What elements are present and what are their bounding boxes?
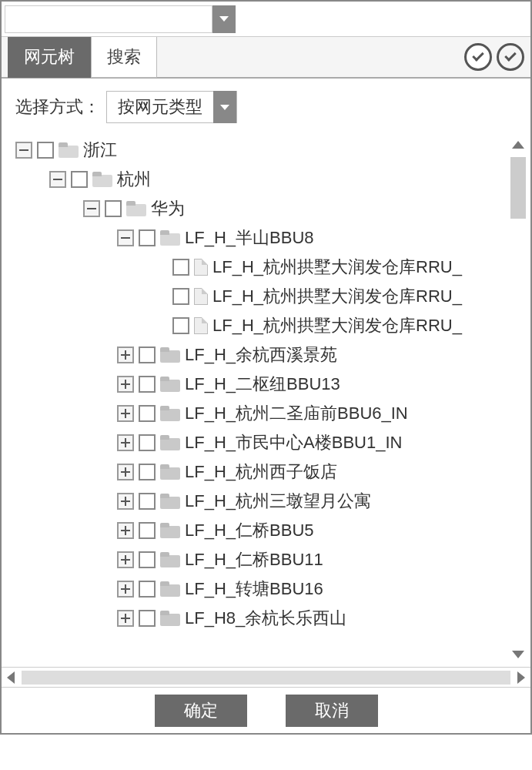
- checkbox[interactable]: [139, 610, 156, 627]
- checkbox[interactable]: [172, 317, 189, 334]
- tab-search[interactable]: 搜索: [91, 36, 157, 78]
- tabs-row: 网元树 搜索: [2, 37, 530, 79]
- scroll-down-button[interactable]: [509, 645, 527, 664]
- folder-open-icon: [126, 201, 146, 216]
- check-icon: [504, 49, 517, 62]
- tree-node-rru[interactable]: LF_H_杭州拱墅大润发仓库RRU_: [15, 253, 530, 282]
- file-icon: [194, 288, 208, 305]
- filter-dropdown-button[interactable]: [213, 91, 236, 123]
- top-combo-dropdown[interactable]: [212, 5, 236, 33]
- tree-node-root[interactable]: 浙江: [15, 136, 530, 165]
- folder-open-icon: [160, 230, 180, 246]
- expander-minus[interactable]: [15, 142, 32, 159]
- node-label: LF_H_杭州三墩望月公寓: [185, 490, 371, 513]
- filter-row: 选择方式： 按网元类型: [2, 79, 530, 131]
- tree-node-city[interactable]: 杭州: [15, 165, 530, 194]
- checkbox[interactable]: [172, 288, 189, 305]
- checkbox[interactable]: [37, 142, 54, 159]
- check-icon: [472, 49, 484, 62]
- select-all-button[interactable]: [464, 43, 492, 71]
- tree-node-site[interactable]: LF_H_杭州二圣庙前BBU6_IN: [15, 399, 530, 428]
- tree-scroll-area[interactable]: 浙江 杭州 华为 LF_H_半山BBU8: [2, 136, 530, 667]
- deselect-all-button[interactable]: [497, 43, 524, 71]
- folder-icon: [160, 581, 180, 597]
- expander-plus[interactable]: [117, 405, 134, 422]
- scroll-right-button[interactable]: [512, 671, 530, 684]
- node-label: LF_H_转塘BBU16: [185, 578, 323, 601]
- scroll-left-button[interactable]: [2, 671, 20, 684]
- ok-button[interactable]: 确定: [155, 695, 247, 727]
- node-label: LF_H_杭州拱墅大润发仓库RRU_: [212, 314, 462, 337]
- filter-select[interactable]: 按网元类型: [106, 91, 237, 123]
- checkbox[interactable]: [139, 522, 156, 539]
- node-label: LF_H_仁桥BBU5: [185, 519, 314, 542]
- dialog-window: 网元树 搜索 选择方式： 按网元类型 浙江 杭州: [0, 0, 532, 735]
- scroll-thumb[interactable]: [510, 157, 526, 219]
- scroll-track[interactable]: [22, 671, 510, 685]
- caret-down-icon: [219, 16, 229, 22]
- node-label: LF_H_余杭西溪景苑: [185, 343, 337, 367]
- tree-node-site[interactable]: LF_H_余杭西溪景苑: [15, 340, 530, 370]
- folder-open-icon: [92, 172, 112, 187]
- file-icon: [194, 259, 208, 276]
- folder-icon: [160, 611, 180, 626]
- expander-plus[interactable]: [117, 434, 134, 451]
- checkbox[interactable]: [71, 171, 88, 188]
- footer: 确定 取消: [2, 687, 530, 733]
- vertical-scrollbar[interactable]: [509, 136, 527, 664]
- node-label: LF_H_杭州二圣庙前BBU6_IN: [185, 402, 408, 425]
- folder-icon: [160, 377, 180, 392]
- expander-plus[interactable]: [117, 610, 134, 627]
- expander-plus[interactable]: [117, 464, 134, 480]
- tree-node-site[interactable]: LF_H_仁桥BBU11: [15, 545, 530, 574]
- checkbox[interactable]: [172, 259, 189, 276]
- checkbox[interactable]: [139, 405, 156, 422]
- checkbox[interactable]: [139, 434, 156, 451]
- expander-minus[interactable]: [83, 200, 100, 217]
- tree-node-rru[interactable]: LF_H_杭州拱墅大润发仓库RRU_: [15, 311, 530, 340]
- tree-node-rru[interactable]: LF_H_杭州拱墅大润发仓库RRU_: [15, 282, 530, 311]
- tree-node-site[interactable]: LF_H_仁桥BBU5: [15, 516, 530, 545]
- checkbox[interactable]: [139, 464, 156, 480]
- checkbox[interactable]: [139, 376, 156, 393]
- expander-minus[interactable]: [117, 229, 134, 246]
- node-label: LF_H_仁桥BBU11: [185, 548, 323, 571]
- checkbox[interactable]: [139, 493, 156, 510]
- folder-icon: [160, 494, 180, 509]
- folder-icon: [160, 523, 180, 538]
- top-combo-input[interactable]: [5, 5, 212, 33]
- tree-node-site[interactable]: LF_H_转塘BBU16: [15, 574, 530, 604]
- expander-plus[interactable]: [117, 493, 134, 510]
- expander-plus[interactable]: [117, 522, 134, 539]
- folder-icon: [160, 406, 180, 421]
- checkbox[interactable]: [139, 346, 156, 363]
- node-label: LF_H_半山BBU8: [185, 226, 314, 249]
- tree-node-site[interactable]: LF_H_二枢纽BBU13: [15, 370, 530, 399]
- scroll-up-button[interactable]: [509, 136, 527, 154]
- expander-plus[interactable]: [117, 581, 134, 598]
- tree-node-bbu8[interactable]: LF_H_半山BBU8: [15, 223, 530, 253]
- tree-node-site[interactable]: LF_H8_余杭长乐西山: [15, 604, 530, 633]
- filter-value: 按网元类型: [107, 95, 213, 119]
- expander-minus[interactable]: [49, 171, 66, 188]
- expander-plus[interactable]: [117, 551, 134, 568]
- scroll-track[interactable]: [509, 154, 527, 645]
- horizontal-scrollbar[interactable]: [2, 667, 530, 687]
- checkbox[interactable]: [139, 229, 156, 246]
- tree-node-site[interactable]: LF_H_市民中心A楼BBU1_IN: [15, 428, 530, 457]
- node-label: 浙江: [83, 139, 117, 162]
- file-icon: [194, 317, 208, 334]
- tree-node-vendor[interactable]: 华为: [15, 194, 530, 223]
- filter-label: 选择方式：: [15, 95, 100, 119]
- expander-plus[interactable]: [117, 346, 134, 363]
- checkbox[interactable]: [105, 200, 122, 217]
- expander-plus[interactable]: [117, 376, 134, 393]
- tree-node-site[interactable]: LF_H_杭州三墩望月公寓: [15, 487, 530, 516]
- checkbox[interactable]: [139, 551, 156, 568]
- checkbox[interactable]: [139, 581, 156, 598]
- tab-tree[interactable]: 网元树: [8, 36, 91, 78]
- tree-node-site[interactable]: LF_H_杭州西子饭店: [15, 457, 530, 487]
- cancel-button[interactable]: 取消: [286, 695, 378, 727]
- top-bar: [2, 2, 530, 37]
- node-label: LF_H_杭州西子饭店: [185, 460, 337, 484]
